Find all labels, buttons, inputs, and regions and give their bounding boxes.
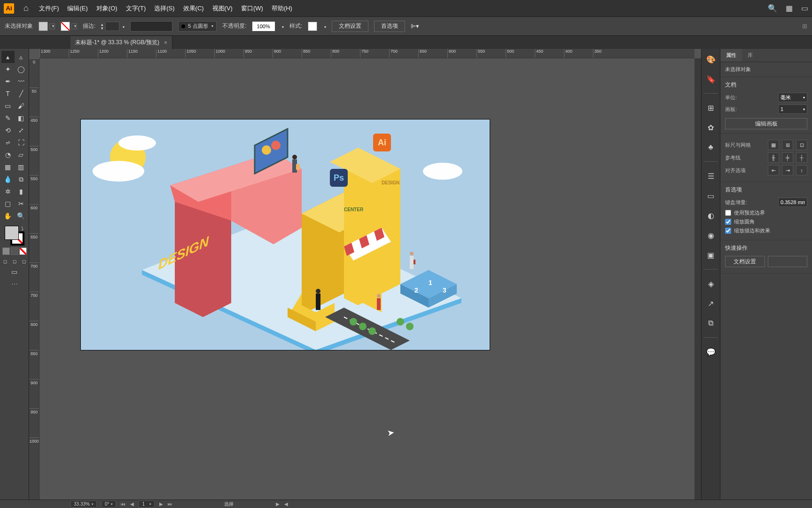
scale-strokes-checkbox[interactable]: 缩放描边和效果 xyxy=(725,227,807,234)
style-drop[interactable] xyxy=(323,23,326,30)
doc-setup-button[interactable]: 文档设置 xyxy=(332,21,368,32)
eyedropper-tool[interactable]: 💧 xyxy=(1,173,15,185)
zoom-field[interactable]: 33.33% ▾ xyxy=(70,500,97,508)
comments-panel-icon[interactable]: 💬 xyxy=(705,346,717,357)
asset-export-icon[interactable]: ↗ xyxy=(705,298,717,309)
workspace-icon[interactable]: ▭ xyxy=(801,4,808,13)
tab-close-icon[interactable]: × xyxy=(164,40,167,46)
artboard-nav-field[interactable]: 1 ▾ xyxy=(139,500,155,508)
blend-tool[interactable]: ⧉ xyxy=(15,173,28,185)
swatches-panel-icon[interactable]: 🔖 xyxy=(705,73,717,85)
stroke-panel-icon[interactable]: ♣ xyxy=(705,142,717,153)
last-artboard-icon[interactable]: ⏭ xyxy=(168,501,172,507)
guides-show-icon[interactable]: ╫ xyxy=(768,152,779,163)
arrange-icon[interactable]: ▦ xyxy=(786,4,793,13)
free-transform-tool[interactable]: ⛶ xyxy=(15,136,28,149)
curvature-tool[interactable]: 〰 xyxy=(15,75,28,87)
units-select[interactable]: 毫米▾ xyxy=(778,93,807,102)
menu-edit[interactable]: 编辑(E) xyxy=(66,2,88,15)
fill-swatch[interactable] xyxy=(39,22,48,31)
color-mode-icon[interactable] xyxy=(2,247,10,255)
vertical-scrollbar[interactable] xyxy=(695,58,701,500)
opacity-input[interactable] xyxy=(252,22,275,31)
quick-doc-setup-button[interactable]: 文档设置 xyxy=(725,256,765,267)
paintbrush-tool[interactable]: 🖌 xyxy=(15,100,28,112)
magic-wand-tool[interactable]: ✦ xyxy=(1,63,15,75)
edit-artboard-button[interactable]: 编辑画板 xyxy=(725,118,807,129)
lasso-tool[interactable]: ◯ xyxy=(15,63,28,75)
variable-width-profile[interactable] xyxy=(130,21,172,32)
guides-lock-icon[interactable]: ╪ xyxy=(782,152,793,163)
menu-help[interactable]: 帮助(H) xyxy=(271,2,293,15)
smart-guides-icon[interactable]: ┼ xyxy=(796,152,807,163)
stroke-stepper[interactable]: ▴▾ xyxy=(101,23,103,30)
layers-panel-icon[interactable]: ◈ xyxy=(705,278,717,289)
document-tab[interactable]: 未标题-1* @ 33.33 % (RGB/预览) × xyxy=(70,36,172,49)
canvas[interactable]: Ps Ai xyxy=(39,58,695,500)
zoom-tool[interactable]: 🔍 xyxy=(15,210,28,222)
symbol-sprayer-tool[interactable]: ✲ xyxy=(1,185,15,198)
status-scroll-left-icon[interactable]: ◀ xyxy=(284,501,288,507)
menu-object[interactable]: 对象(O) xyxy=(95,2,118,15)
status-play-icon[interactable]: ▶ xyxy=(276,501,280,507)
hand-tool[interactable]: ✋ xyxy=(1,210,15,222)
shape-builder-tool[interactable]: ◔ xyxy=(1,149,15,161)
first-artboard-icon[interactable]: ⏮ xyxy=(121,501,125,507)
pen-tool[interactable]: ✒ xyxy=(1,75,15,87)
shaper-tool[interactable]: ✎ xyxy=(1,112,15,124)
rotate-tool[interactable]: ⟲ xyxy=(1,124,15,136)
align-1-icon[interactable]: ⇤ xyxy=(768,165,779,175)
keyboard-inc-input[interactable] xyxy=(778,198,807,207)
type-tool[interactable]: T xyxy=(1,87,15,100)
align-2-icon[interactable]: ⇥ xyxy=(782,165,793,175)
align-3-icon[interactable]: ↕ xyxy=(796,165,807,175)
grid-toggle-icon[interactable]: ⊞ xyxy=(782,140,793,150)
menu-type[interactable]: 文字(T) xyxy=(125,2,147,15)
transform-panel-icon[interactable]: ⊞ xyxy=(802,23,807,30)
style-swatch[interactable] xyxy=(308,22,317,31)
menu-window[interactable]: 窗口(W) xyxy=(240,2,264,15)
screen-mode-icon[interactable]: ▭ xyxy=(8,267,21,277)
line-tool[interactable]: ╱ xyxy=(15,87,28,100)
snap-toggle-icon[interactable]: ⊡ xyxy=(796,140,807,150)
scale-corners-checkbox[interactable]: 缩放圆角 xyxy=(725,218,807,225)
menu-view[interactable]: 视图(V) xyxy=(211,2,234,15)
perspective-grid-tool[interactable]: ▱ xyxy=(15,149,28,161)
draw-normal-icon[interactable]: ◻ xyxy=(1,257,9,265)
stroke-dropdown[interactable] xyxy=(71,24,77,29)
transparency-panel-icon[interactable]: ◐ xyxy=(705,210,717,221)
preferences-button[interactable]: 首选项 xyxy=(374,21,405,32)
artboard-tool[interactable]: ▢ xyxy=(1,198,15,210)
draw-behind-icon[interactable]: ◻ xyxy=(10,257,19,265)
menu-effect[interactable]: 效果(C) xyxy=(182,2,205,15)
brush-select[interactable]: 5 点圆形 ▾ xyxy=(178,21,217,32)
edit-toolbar-icon[interactable]: ⋯ xyxy=(11,280,18,288)
symbols-panel-icon[interactable]: ✿ xyxy=(705,122,717,133)
appearance-panel-icon[interactable]: ◉ xyxy=(705,230,717,241)
menu-panel-icon[interactable]: ☰ xyxy=(705,170,717,182)
eraser-tool[interactable]: ◧ xyxy=(15,112,28,124)
stroke-weight-drop[interactable] xyxy=(121,23,125,30)
search-icon[interactable]: 🔍 xyxy=(768,4,777,13)
preview-bounds-checkbox[interactable]: 使用预览边界 xyxy=(725,209,807,216)
opacity-drop[interactable] xyxy=(281,23,284,30)
gradient-mode-icon[interactable] xyxy=(11,247,18,255)
ruler-vertical[interactable]: 0504505005506006507007508008509009501000 xyxy=(29,58,39,500)
artboard-select[interactable]: 1▾ xyxy=(778,104,807,114)
menu-select[interactable]: 选择(S) xyxy=(153,2,175,15)
home-icon[interactable]: ⌂ xyxy=(21,3,31,13)
tab-library[interactable]: 库 xyxy=(742,49,758,62)
direct-selection-tool[interactable]: ▵ xyxy=(15,51,28,63)
ruler-toggle-icon[interactable]: ▦ xyxy=(768,140,779,150)
scale-tool[interactable]: ⤢ xyxy=(15,124,28,136)
none-mode-icon[interactable] xyxy=(19,247,27,255)
rectangle-tool[interactable]: ▭ xyxy=(1,100,15,112)
gradient-panel-icon[interactable]: ▭ xyxy=(705,190,717,201)
prev-artboard-icon[interactable]: ◀ xyxy=(130,501,134,507)
width-tool[interactable]: ⩫ xyxy=(1,136,15,149)
brushes-panel-icon[interactable]: ⊞ xyxy=(705,102,717,113)
fill-box[interactable] xyxy=(5,226,19,240)
stroke-weight-input[interactable] xyxy=(105,22,119,31)
menu-file[interactable]: 文件(F) xyxy=(38,2,60,15)
draw-inside-icon[interactable]: ◻ xyxy=(20,257,28,265)
